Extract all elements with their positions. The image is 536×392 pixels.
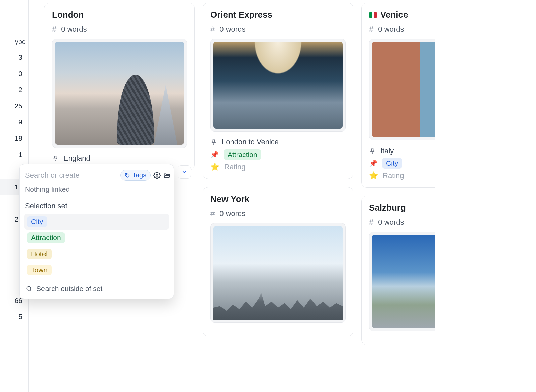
word-count: 0 words	[378, 25, 404, 34]
selection-set-item[interactable]: Town	[24, 262, 169, 278]
svg-point-1	[156, 174, 158, 176]
card-orient-express[interactable]: Orient Express # 0 words London to Venic…	[203, 3, 353, 179]
card-salzburg[interactable]: Salzburg # 0 words	[361, 196, 435, 345]
hash-icon: #	[369, 25, 373, 34]
search-outside-of-set[interactable]: Search outside of set	[24, 283, 169, 293]
folder-open-icon	[163, 172, 171, 179]
nothing-linked-label: Nothing linked	[25, 185, 168, 193]
sidebar-heading: ype	[0, 37, 28, 49]
card-title: Venice	[369, 10, 435, 20]
sidebar-count-row[interactable]: 2	[0, 82, 28, 98]
card-location: England	[63, 154, 90, 163]
sidebar-count-row[interactable]: 25	[0, 98, 28, 114]
hash-icon: #	[210, 25, 215, 34]
gear-icon	[153, 172, 161, 179]
card-london[interactable]: London # 0 words England	[44, 3, 195, 170]
selection-set-item[interactable]: City	[24, 214, 169, 230]
sidebar-count-row[interactable]: 5	[0, 309, 28, 325]
pin-icon	[369, 148, 376, 154]
card-thumbnail	[369, 232, 435, 331]
tag-chip: Attraction	[27, 232, 65, 243]
tag-chip[interactable]: City	[382, 158, 402, 169]
tag-dropdown-trigger[interactable]	[178, 165, 191, 179]
card-thumbnail	[369, 39, 435, 140]
word-count: 0 words	[61, 25, 87, 34]
card-location: Italy	[380, 146, 394, 155]
sidebar-count-row[interactable]: 1	[0, 146, 28, 163]
card-new-york[interactable]: New York # 0 words	[203, 187, 353, 336]
tag-chip: City	[27, 216, 47, 227]
svg-point-2	[27, 286, 31, 290]
card-thumbnail	[210, 223, 346, 323]
divider	[24, 197, 169, 197]
sidebar-count-row[interactable]: 3	[0, 49, 28, 66]
tag-chip: Town	[27, 265, 52, 275]
selection-set-label: Selection set	[25, 202, 168, 210]
pushpin-icon: 📌	[210, 151, 219, 159]
sidebar-count-row[interactable]: 0	[0, 66, 28, 82]
svg-line-3	[30, 290, 32, 291]
search-or-create-input[interactable]	[24, 171, 118, 180]
open-folder-button[interactable]	[163, 170, 171, 181]
rating-label: Rating	[383, 171, 404, 180]
pushpin-icon: 📌	[369, 159, 377, 167]
tag-popover: Tags Nothing linked Selection set CityAt…	[19, 164, 174, 299]
selection-set-item[interactable]: Attraction	[24, 230, 169, 246]
search-icon	[26, 285, 32, 292]
word-count: 0 words	[219, 209, 245, 218]
tags-filter-pill[interactable]: Tags	[120, 170, 151, 181]
card-title: Orient Express	[210, 10, 346, 20]
sidebar-count-row[interactable]: 9	[0, 114, 28, 130]
card-title: New York	[210, 194, 346, 204]
tag-chip[interactable]: Attraction	[224, 149, 261, 160]
word-count: 0 words	[378, 218, 404, 227]
sidebar-count-row[interactable]: 18	[0, 130, 28, 147]
card-title: London	[52, 10, 187, 20]
chevron-down-icon	[181, 169, 187, 175]
hash-icon: #	[52, 25, 56, 34]
svg-point-0	[126, 174, 127, 175]
hash-icon: #	[210, 209, 215, 218]
card-title: Salzburg	[369, 203, 435, 213]
settings-button[interactable]	[153, 170, 161, 181]
star-icon: ⭐	[210, 163, 219, 171]
card-thumbnail	[52, 39, 187, 148]
tag-icon	[125, 173, 130, 178]
flag-italy-icon	[369, 12, 377, 18]
card-thumbnail	[210, 39, 346, 132]
star-icon: ⭐	[369, 171, 378, 180]
hash-icon: #	[369, 218, 373, 227]
pin-icon	[52, 155, 59, 162]
pin-icon	[210, 139, 217, 145]
selection-set-item[interactable]: Hotel	[24, 246, 169, 262]
card-venice[interactable]: Venice # 0 words Italy 📌 City ⭐ Rat	[361, 3, 435, 188]
card-location: London to Venice	[222, 138, 279, 146]
rating-label: Rating	[224, 163, 246, 171]
word-count: 0 words	[219, 25, 245, 34]
tag-chip: Hotel	[27, 249, 52, 259]
